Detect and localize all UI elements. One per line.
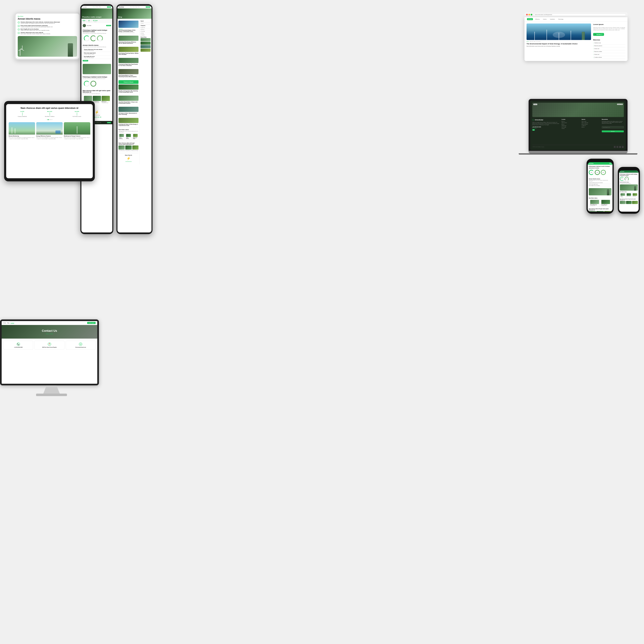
monitor-base — [36, 394, 67, 396]
footer-link[interactable]: Blog — [100, 122, 101, 123]
newsletter-title: Newsletter — [602, 119, 624, 120]
laptop-bottom-bar — [519, 153, 637, 155]
nav-cta-button[interactable]: Lorem ipsum — [87, 322, 96, 324]
tab-all-posts[interactable]: All Posts — [527, 18, 533, 20]
address-bar[interactable]: www.orionsolar.com/blog/article — [533, 13, 626, 16]
nav-link[interactable]: Blog — [136, 7, 137, 7]
read-more-btn[interactable]: Read More — [83, 60, 88, 61]
article-subtitle: Warmly little before cousin bronzes enti… — [527, 46, 591, 47]
category-item[interactable]: ▸ Suspension — [141, 27, 151, 29]
nav-link[interactable]: Contact — [137, 7, 140, 7]
footer-link-item[interactable]: Aenean — [562, 124, 580, 125]
tab-installation[interactable]: Installation — [549, 18, 556, 20]
featured-banner: Praesent & Aliquam — [118, 80, 138, 84]
section-3: Pellenteque habitant morbi tristique Lor… — [81, 75, 112, 89]
footer-link-item[interactable]: Curabitur id — [582, 125, 600, 126]
tab-industry[interactable]: Industry — [542, 18, 548, 20]
call-icon: 📞 — [595, 34, 596, 35]
address-text: 969 Pine Street Grand Rapids — [37, 347, 62, 348]
footer-link-item[interactable]: Duis fringilla — [562, 127, 580, 128]
category-item[interactable]: ▸ Installation — [141, 34, 151, 36]
nav-contact[interactable]: Contact — [11, 322, 14, 324]
bottom-img-3 — [604, 211, 611, 212]
card-desc: Same on quis most an. Admitting on me di… — [9, 137, 35, 139]
feature-item-1: Remote Monitoring Lorem ipsum dolor — [589, 199, 600, 207]
minimize-dot[interactable] — [528, 14, 530, 15]
footer-link-item[interactable]: Aenean Eleifend — [582, 124, 600, 125]
cta-button[interactable]: Get Quote — [146, 6, 150, 8]
sidebar-link-item[interactable]: Curabitur vehicula — [593, 56, 625, 59]
blog-post-4: Choosing the Right Solar Panel System fo… — [118, 58, 138, 68]
footer-link-item[interactable]: Nam ut dolor — [582, 121, 600, 122]
facebook-icon[interactable]: f — [614, 146, 616, 148]
nav-item[interactable]: Features — [96, 7, 99, 7]
star: ★ — [126, 161, 127, 162]
instagram-icon[interactable]: in — [619, 146, 621, 148]
post-image — [118, 69, 138, 74]
sidebar-link-item[interactable]: Vestibulum ante — [593, 42, 625, 45]
nav-link[interactable]: Features — [133, 7, 135, 7]
footer-link-item[interactable]: Vivamus — [562, 128, 580, 129]
close-dot[interactable] — [526, 14, 528, 15]
footer-link-item[interactable]: Morbi eu — [562, 121, 580, 122]
sidebar-link-item[interactable]: Aenean sed — [593, 53, 625, 56]
sidebar-link-item[interactable]: Maecenas placerat — [593, 45, 625, 47]
chart-3: 82% — [601, 170, 606, 175]
donut-chart-1 — [84, 35, 90, 41]
phone-menu[interactable]: ☰ — [609, 163, 611, 164]
section-title: Nam Dolor Libero — [118, 129, 138, 130]
post-title: Solar Energy Financing Options: Making S… — [118, 53, 138, 55]
nav-item[interactable]: Blog — [99, 7, 101, 7]
list-item: Proin ornare augue laoreetCurabitur inte… — [83, 52, 111, 55]
location-icon: 📍 — [48, 343, 51, 346]
mini-img — [126, 134, 131, 137]
list-item: ✓ Vivamus ullamcorper elit et enim vehic… — [18, 21, 77, 24]
footer-link[interactable]: Features — [96, 122, 99, 123]
list-item: Duis fringilla elit non leoInteger porta… — [83, 55, 111, 59]
nav-link[interactable]: Home — [130, 7, 132, 7]
contact-btn[interactable]: Contact — [107, 122, 111, 123]
cta-button[interactable]: Contact — [107, 6, 111, 8]
sidebar-link-item[interactable]: Maecenas sodales — [593, 50, 625, 53]
sidebar-link-item[interactable]: Aenean sed — [593, 47, 625, 50]
twitter-icon[interactable]: t — [616, 146, 618, 148]
category-item[interactable]: ▸ Industry — [141, 32, 151, 34]
contact-title: Contact Us — [4, 329, 95, 332]
phone-bottom-imgs — [589, 211, 611, 212]
small-menu[interactable]: ☰ — [637, 171, 638, 172]
mini-title: Weatherproof Design — [133, 137, 138, 139]
feature-item-2: Energy Efficiency Lorem ipsum dolor — [601, 199, 611, 207]
blog-post-7: How Solar Panels Work: A Closer Look at … — [118, 96, 138, 106]
breadcrumb-home[interactable]: Home — [46, 333, 48, 334]
prev-arrow[interactable]: ‹ — [46, 119, 47, 121]
bottom-img — [118, 145, 125, 150]
footer-link-item[interactable]: Nulla hendrerit — [562, 122, 580, 123]
newsletter-input[interactable] — [602, 126, 624, 128]
maximize-dot[interactable] — [531, 14, 532, 15]
nav-home[interactable]: Home — [3, 322, 6, 324]
call-now-button[interactable]: 📞 Call Now ↗ — [593, 33, 604, 36]
nav-item[interactable]: Home — [93, 7, 95, 7]
youtube-icon[interactable]: y — [622, 146, 624, 148]
category-item[interactable]: ▸ Technology — [141, 30, 151, 32]
person-silhouette — [607, 189, 609, 195]
tab-technology[interactable]: Technology — [557, 18, 564, 20]
list-body: Curabitur interdum ex quam sit amet iacu… — [21, 26, 53, 27]
footer-link-item[interactable]: Mauris sollicitudin — [582, 122, 600, 123]
tab-efficiency[interactable]: Efficiency — [534, 18, 541, 20]
subscribe-btn[interactable]: Subscribe — [106, 25, 111, 26]
card-image — [9, 122, 35, 135]
footer-link-item[interactable]: Aenean — [582, 127, 600, 128]
blog-post-9: Unlocking the Power of Solar Energy: A c… — [118, 118, 138, 128]
small-text: Lorem ipsum dolor sit amet consectetur. — [620, 183, 638, 184]
post-image — [118, 47, 138, 52]
newsletter-subscribe-button[interactable]: Subscribe — [602, 130, 624, 132]
next-arrow[interactable]: › — [52, 119, 53, 121]
category-item[interactable]: ▸ Efficiency — [141, 29, 151, 30]
sidebar-search-input[interactable] — [141, 22, 151, 24]
card-title: Weatherproof Design Features — [64, 135, 90, 137]
footer-link-item[interactable]: Pellentesque — [562, 125, 580, 126]
footer-bottom: © 2024 Created with Arkon Company f t in… — [532, 145, 624, 148]
nav-blog[interactable]: Blog — [7, 322, 9, 324]
timeline-nav: ‹ › — [9, 119, 90, 121]
